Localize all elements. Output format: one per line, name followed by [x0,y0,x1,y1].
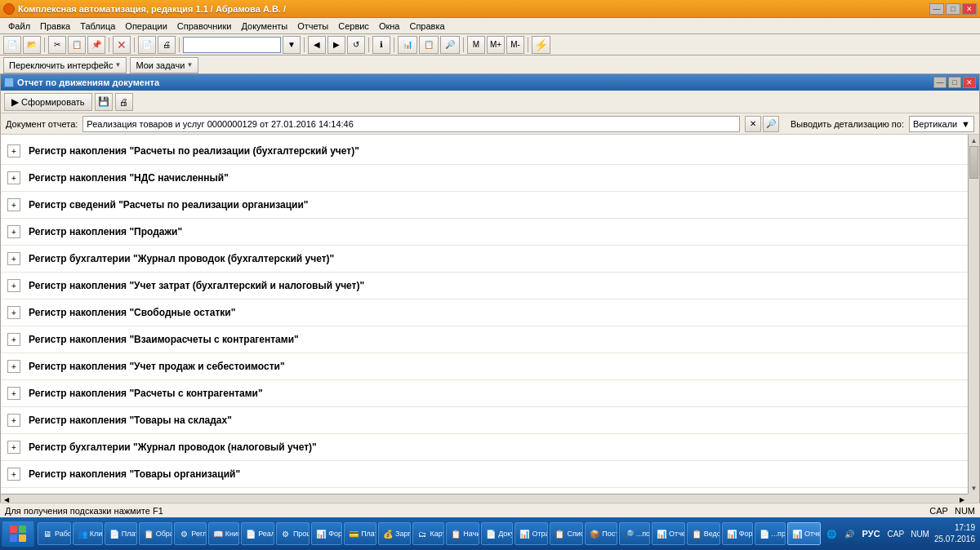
expand-btn[interactable]: + [7,252,20,265]
taskbar-item[interactable]: 🖥Рабо... [38,522,71,545]
my-tasks-btn[interactable]: Мои задачи ▼ [130,57,198,73]
menu-edit[interactable]: Правка [35,20,75,33]
menu-documents[interactable]: Документы [236,20,292,33]
menu-help[interactable]: Справка [404,20,449,33]
window-close-btn[interactable]: ✕ [963,77,976,88]
icon5[interactable]: M+ [487,36,505,54]
delete-btn[interactable]: ✕ [113,36,131,54]
language-indicator[interactable]: РУС [860,529,883,539]
taskbar-item[interactable]: 📄Плат... [105,522,137,545]
taskbar-item[interactable]: 📄Реал... [241,522,274,545]
switch-interface-btn[interactable]: Переключить интерфейс ▼ [3,57,127,73]
register-item[interactable]: + Регистр накопления "Взаиморасчеты с ко… [1,326,968,353]
register-item[interactable]: + Регистр накопления "Продажи" [1,219,968,246]
register-item[interactable]: + Регистр накопления "Товары на складах" [1,407,968,434]
menu-references[interactable]: Справочники [172,20,237,33]
forward-btn[interactable]: ▶ [327,36,345,54]
start-button[interactable] [2,521,34,547]
taskbar-item[interactable]: 💳Плат... [344,522,376,545]
scroll-thumb-v[interactable] [969,146,978,179]
taskbar-item[interactable]: 📋Спис... [550,522,583,545]
new-btn[interactable]: 📄 [3,36,21,54]
register-item[interactable]: + Регистр сведений "Расчеты по реализаци… [1,192,968,219]
register-item[interactable]: + Регистр накопления "Расчеты с контраге… [1,380,968,407]
menu-service[interactable]: Сервис [333,20,374,33]
taskbar-item[interactable]: ⚙Регл... [174,522,206,545]
taskbar-item[interactable]: 📋Начи... [446,522,479,545]
back-btn[interactable]: ◀ [308,36,326,54]
menu-table[interactable]: Таблица [75,20,120,33]
register-item[interactable]: + Регистр накопления "НДС начисленный" [1,165,968,192]
close-button[interactable]: ✕ [962,3,977,15]
taskbar-item[interactable]: 📊Фор... [722,522,753,545]
menu-file[interactable]: Файл [3,20,35,33]
window-max-btn[interactable]: □ [948,77,961,88]
copy-btn[interactable]: 📋 [68,36,86,54]
menu-operations[interactable]: Операции [120,20,172,33]
icon2[interactable]: 📋 [419,36,439,54]
info-btn[interactable]: ℹ [372,36,390,54]
tray-network[interactable]: 🌐 [824,530,839,539]
taskbar-item[interactable]: 🗂Карт... [412,522,444,545]
scroll-down-arrow[interactable]: ▼ [969,482,979,494]
register-item[interactable]: + Регистр накопления "Учет затрат (бухга… [1,273,968,299]
cut-btn[interactable]: ✂ [48,36,66,54]
window-min-btn[interactable]: — [933,77,947,88]
menu-reports[interactable]: Отчеты [292,20,333,33]
print-icon-btn[interactable]: 🖨 [115,93,133,111]
register-item[interactable]: + Регистр накопления "Расчеты по реализа… [1,138,968,165]
taskbar-item[interactable]: 💰Зарп... [378,522,411,545]
register-item[interactable]: + Регистр бухгалтерии "Журнал проводок (… [1,434,968,461]
expand-btn[interactable]: + [7,468,20,481]
taskbar-item[interactable]: 📊Фор... [311,522,342,545]
icon3[interactable]: 🔎 [440,36,460,54]
taskbar-item[interactable]: 📦Пост... [585,522,617,545]
taskbar-item[interactable]: ⚙Проц... [276,522,310,545]
expand-btn[interactable]: + [7,171,20,184]
icon1[interactable]: 📊 [398,36,417,54]
form-button[interactable]: ▶ Сформировать [4,93,92,111]
expand-btn[interactable]: + [7,387,20,400]
detail-select[interactable]: Вертикали ▼ [909,116,974,132]
taskbar-item[interactable]: 📊Отче... [787,522,821,545]
expand-btn[interactable]: + [7,441,20,454]
taskbar-item[interactable]: 🔎...по... [619,522,650,545]
search-input[interactable] [183,37,281,53]
expand-btn[interactable]: + [7,306,20,319]
doc-find-btn[interactable]: 🔎 [763,116,779,132]
expand-btn[interactable]: + [7,144,20,157]
icon7[interactable]: ⚡ [532,36,550,54]
taskbar-item[interactable]: 📊Отра... [514,522,548,545]
expand-btn[interactable]: + [7,360,20,373]
menu-windows[interactable]: Окна [374,20,405,33]
refresh-btn[interactable]: ↺ [347,36,365,54]
search-arrow[interactable]: ▼ [283,36,301,54]
scrollbar-vertical[interactable]: ▲ ▼ [968,135,979,494]
expand-btn[interactable]: + [7,279,20,292]
minimize-button[interactable]: — [929,3,944,15]
taskbar-item[interactable]: 📊Отче... [652,522,685,545]
register-item[interactable]: + Регистр накопления "Товары организаций… [1,461,968,488]
expand-btn[interactable]: + [7,198,20,211]
doc-clear-btn[interactable]: ✕ [745,116,761,132]
maximize-button[interactable]: □ [946,3,960,15]
icon6[interactable]: M- [506,36,524,54]
taskbar-item[interactable]: 📖Книг... [208,522,239,545]
paste-btn[interactable]: 📌 [87,36,105,54]
expand-btn[interactable]: + [7,333,20,346]
register-item[interactable]: + Регистр бухгалтерии "Журнал проводок (… [1,246,968,273]
taskbar-item[interactable]: 👥Кли... [73,522,103,545]
taskbar-item[interactable]: 📄Доку... [481,522,513,545]
open-btn[interactable]: 📂 [23,36,41,54]
save-icon-btn[interactable]: 💾 [95,93,113,111]
taskbar-item[interactable]: 📋Ведо... [687,522,720,545]
open-doc-btn[interactable]: 📄 [138,36,156,54]
scroll-up-arrow[interactable]: ▲ [969,135,979,146]
taskbar-item[interactable]: 📋Обра... [139,522,173,545]
tray-volume[interactable]: 🔊 [842,530,857,539]
expand-btn[interactable]: + [7,225,20,238]
expand-btn[interactable]: + [7,414,20,427]
register-item[interactable]: + Регистр накопления "Учет продаж и себе… [1,353,968,380]
register-item[interactable]: + Регистр накопления "Свободные остатки" [1,299,968,326]
taskbar-item[interactable]: 📄...пр... [755,522,786,545]
